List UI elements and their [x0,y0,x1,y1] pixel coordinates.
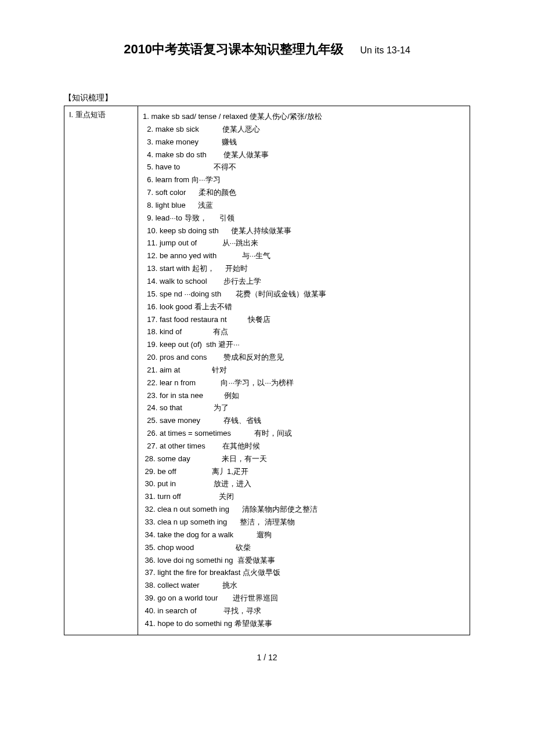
list-item: 23. for in sta nee 例如 [143,390,465,401]
list-item: 30. put in 放进，进入 [143,479,465,490]
document-page: 2010中考英语复习课本知识整理九年级 Un its 13-14 【知识梳理】 … [0,0,534,685]
phrase-chinese: 针对 [212,365,227,376]
list-item: 28. some day 来日，有一天 [143,454,465,465]
phrase-chinese: 浅蓝 [198,200,213,211]
list-item: 18. kind of 有点 [143,327,465,338]
phrases-cell: 1. make sb sad/ tense / relaxed 使某人伤心/紧张… [138,106,470,635]
phrase-chinese: 点火做早饭 [243,567,280,578]
phrase-english: 37. light the fire for breakfast [143,567,243,578]
phrase-chinese: 存钱、省钱 [223,415,261,426]
list-item: 29. be off 离丿1,疋开 [143,466,465,478]
list-item: 4. make sb do sth 使某人做某事 [143,150,465,161]
phrase-english: 5. have to [143,162,214,173]
phrase-chinese: 引领 [219,213,234,224]
list-item: 38. collect water 挑水 [143,580,465,591]
phrase-english: 19. keep out (of) sth 避开··· [143,339,240,350]
phrase-chinese: 挑水 [222,580,237,591]
phrase-english: 17. fast food restaura nt [143,314,248,325]
phrase-chinese: 使某人持续做某事 [231,226,291,237]
phrase-chinese: 遛狗 [257,530,272,541]
phrase-chinese: 向···学习，以···为榜样 [221,378,294,389]
list-item: 20. pros and cons 赞成和反对的意见 [143,352,465,363]
phrase-english: 1. make sb sad/ tense / relaxed [143,111,250,122]
phrase-english: 31. turn off [143,491,219,502]
phrase-chinese: 从···跳出来 [222,238,259,249]
phrase-english: 16. look good 看上去不错 [143,302,232,313]
phrase-english: 26. at times = sometimes [143,428,254,439]
phrase-english: 33. clea n up someth ing [143,517,240,528]
list-item: 9. lead···to 导致， 引领 [143,213,465,224]
list-item: 3. make money 赚钱 [143,137,465,148]
phrase-english: 20. pros and cons [143,352,223,363]
phrase-chinese: 使某人恶心 [222,124,260,135]
list-item: 11. jump out of 从···跳出来 [143,238,465,249]
phrase-english: 2. make sb sick [143,124,222,135]
phrase-chinese: 离丿1,疋开 [212,466,248,478]
phrase-english: 8. light blue [143,200,198,211]
phrase-chinese: 不得不 [214,162,236,173]
list-item: 32. clea n out someth ing 清除某物内部使之整洁 [143,504,465,515]
content-table: I. 重点短语 1. make sb sad/ tense / relaxed … [64,106,470,635]
phrase-english: 25. save money [143,415,223,426]
phrase-chinese: 喜爱做某事 [237,555,275,566]
phrase-english: 9. lead···to 导致， [143,213,219,224]
phrase-chinese: 来日，有一天 [222,454,267,465]
list-item: 5. have to 不得不 [143,162,465,173]
phrase-english: 11. jump out of [143,238,222,249]
list-item: 15. spe nd ···doing sth 花费（时间或金钱）做某事 [143,289,465,300]
phrase-chinese: 清除某物内部使之整洁 [242,504,317,515]
list-item: 1. make sb sad/ tense / relaxed 使某人伤心/紧张… [143,111,465,122]
phrase-english: 39. go on a world tour [143,593,233,604]
list-item: 14. walk to school 步行去上学 [143,276,465,287]
list-item: 17. fast food restaura nt 快餐店 [143,314,465,325]
list-item: 7. soft color 柔和的颜色 [143,187,465,198]
phrase-english: 32. clea n out someth ing [143,504,242,515]
list-item: 16. look good 看上去不错 [143,302,465,313]
phrase-chinese: 整洁， 清理某物 [240,517,295,528]
left-heading-cell: I. 重点短语 [64,106,138,635]
list-item: 22. lear n from 向···学习，以···为榜样 [143,378,465,389]
list-item: 35. chop wood 砍柴 [143,542,465,554]
list-item: 6. learn from 向···学习 [143,175,465,186]
list-item: 10. keep sb doing sth 使某人持续做某事 [143,226,465,237]
list-item: 19. keep out (of) sth 避开··· [143,339,465,350]
phrase-english: 23. for in sta nee [143,390,224,401]
phrase-english: 38. collect water [143,580,222,591]
phrase-chinese: 使某人伤心/紧张/放松 [250,111,322,122]
phrase-english: 21. aim at [143,365,212,376]
phrase-chinese: 有点 [213,327,228,338]
phrase-chinese: 赞成和反对的意见 [223,352,284,363]
list-item: 21. aim at 针对 [143,365,465,376]
phrase-english: 35. chop wood [143,542,236,554]
phrase-english: 29. be off [143,466,212,478]
phrase-english: 7. soft color [143,187,199,198]
title-sub: Un its 13-14 [360,45,410,55]
list-item: 27. at other times 在其他时候 [143,441,465,452]
phrase-english: 28. some day [143,454,222,465]
list-item: 36. love doi ng somethi ng 喜爱做某事 [143,555,465,566]
phrase-chinese: 放进，进入 [214,479,251,490]
phrase-chinese: 柔和的颜色 [199,187,236,198]
list-item: 34. take the dog for a walk 遛狗 [143,530,465,541]
section-label: 【知识梳理】 [64,93,470,103]
list-item: 39. go on a world tour 进行世界巡回 [143,593,465,604]
phrase-chinese: 快餐店 [248,314,270,325]
phrase-english: 6. learn from 向···学习 [143,175,221,186]
list-item: 8. light blue 浅蓝 [143,200,465,211]
left-heading: I. 重点短语 [69,110,106,119]
phrase-chinese: 进行世界巡回 [233,593,278,604]
phrase-english: 14. walk to school [143,276,223,287]
phrase-english: 22. lear n from [143,378,221,389]
list-item: 37. light the fire for breakfast 点火做早饭 [143,567,465,578]
phrase-chinese: 希望做某事 [234,618,272,630]
phrase-chinese: 砍柴 [236,542,251,554]
phrase-chinese: 与···生气 [242,251,271,262]
phrase-english: 30. put in [143,479,214,490]
phrase-chinese: 为了 [214,403,229,414]
phrase-chinese: 有时，间或 [254,428,292,439]
list-item: 13. start with 起初， 开始时 [143,263,465,274]
phrase-chinese: 在其他时候 [222,441,260,452]
phrase-english: 27. at other times [143,441,222,452]
list-item: 12. be anno yed with 与···生气 [143,251,465,262]
phrase-chinese: 花费（时间或金钱）做某事 [236,289,326,300]
